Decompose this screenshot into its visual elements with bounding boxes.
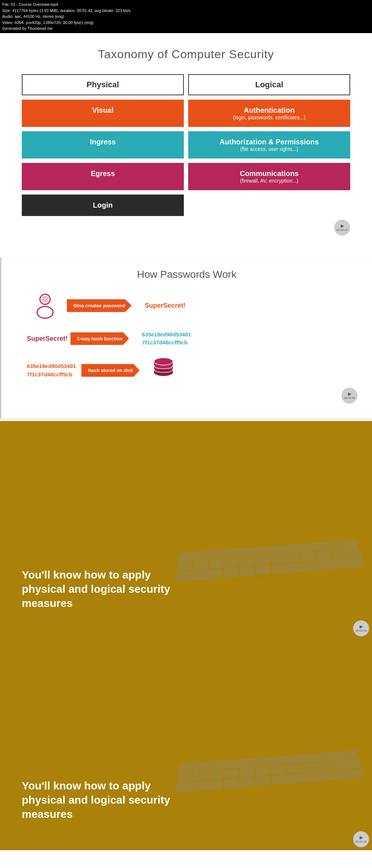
arrow-hash-function: 1-way hash function: [70, 332, 129, 345]
btn-authz-sub: (file access, user rights...): [193, 146, 346, 152]
database-icon: [153, 357, 174, 384]
btn-authorization[interactable]: Authorization & Permissions (file access…: [188, 131, 350, 159]
meta-line2: Size: 4117764 bytes (3.93 MiB), duration…: [2, 8, 370, 14]
btn-comms-sub: (firewall, AV, encryption...): [193, 178, 346, 184]
pw-row-2: SuperSecret! 1-way hash function 635e18e…: [23, 331, 350, 347]
meta-line5: Generated by Thumbnail me: [2, 25, 370, 32]
meta-line4: Video: h264, yuv420p, 1280x720, 30.00 fp…: [2, 20, 370, 26]
timestamp-slide2: ▶ 00:00:40: [341, 388, 357, 404]
passwords-title: How Passwords Work: [16, 269, 357, 280]
timestamp-slide1: ▶ 00:00:22: [334, 220, 350, 236]
btn-authentication[interactable]: Authentication (login, passwords, certif…: [188, 100, 350, 127]
arrow1-label: Gina creates password: [73, 303, 125, 308]
btn-egress[interactable]: Egress: [22, 163, 184, 190]
btn-comms-label: Communications: [193, 169, 346, 178]
btn-login-label: Login: [93, 201, 113, 209]
col-logical-header: Logical: [188, 74, 350, 95]
separator: [0, 418, 372, 421]
golden-text-2: You'll know how to apply physical and lo…: [0, 779, 200, 821]
slide-taxonomy: Taxonomy of Computer Security Physical L…: [0, 33, 372, 257]
play-icon-2: ▶: [348, 391, 351, 396]
password-diagram: Gina creates password SuperSecret! Super…: [16, 291, 357, 384]
btn-ingress[interactable]: Ingress: [22, 131, 184, 159]
gina-avatar: [23, 291, 67, 320]
password-value-label: SuperSecret!: [27, 335, 70, 343]
slide-golden-2: You'll know how to apply physical and lo…: [0, 639, 372, 850]
slide-golden-1: You'll know how to apply physical and lo…: [0, 421, 372, 639]
arrow3-label: Hash stored on disk: [88, 368, 133, 373]
hash-value-left: 635e18ed90d534017f1c37d48ccff5cb: [27, 362, 81, 379]
meta-line1: File: 01 - Course Overview.mp4: [2, 1, 370, 8]
arrow-creates-password: Gina creates password: [67, 299, 132, 312]
btn-ingress-label: Ingress: [90, 138, 116, 146]
btn-authz-label: Authorization & Permissions: [193, 138, 346, 146]
btn-communications[interactable]: Communications (firewall, AV, encryption…: [188, 163, 350, 190]
btn-visual-label: Visual: [92, 106, 114, 114]
col-physical-header: Physical: [22, 74, 184, 95]
btn-login[interactable]: Login: [22, 195, 184, 216]
left-decoration: [1, 258, 9, 418]
play-icon: ▶: [341, 223, 344, 228]
arrow-hash-stored: Hash stored on disk: [81, 364, 140, 377]
btn-egress-label: Egress: [91, 169, 115, 177]
pw-row-3: 635e18ed90d534017f1c37d48ccff5cb Hash st…: [23, 357, 350, 384]
svg-point-2: [41, 296, 49, 303]
slide-passwords: How Passwords Work Gina creates password…: [0, 257, 372, 418]
btn-visual[interactable]: Visual: [22, 100, 184, 127]
meta-line3: Audio: aac, 44100 Hz, stereo (eng): [2, 13, 370, 20]
taxonomy-grid: Physical Logical Visual Authentication (…: [22, 74, 350, 216]
svg-point-1: [37, 307, 53, 318]
golden-text-1: You'll know how to apply physical and lo…: [0, 568, 200, 610]
meta-bar: File: 01 - Course Overview.mp4 Size: 411…: [0, 0, 372, 33]
hash-output: 635e18ed90d534017f1c37d48ccff5cb: [142, 331, 191, 347]
btn-auth-sub: (login, passwords, certificates...): [193, 115, 346, 120]
taxonomy-title: Taxonomy of Computer Security: [22, 48, 350, 61]
pw-row-1: Gina creates password SuperSecret!: [23, 291, 350, 320]
result-supersecret: SuperSecret!: [145, 302, 185, 309]
arrow2-label: 1-way hash function: [77, 336, 122, 341]
btn-auth-label: Authentication: [193, 106, 346, 115]
